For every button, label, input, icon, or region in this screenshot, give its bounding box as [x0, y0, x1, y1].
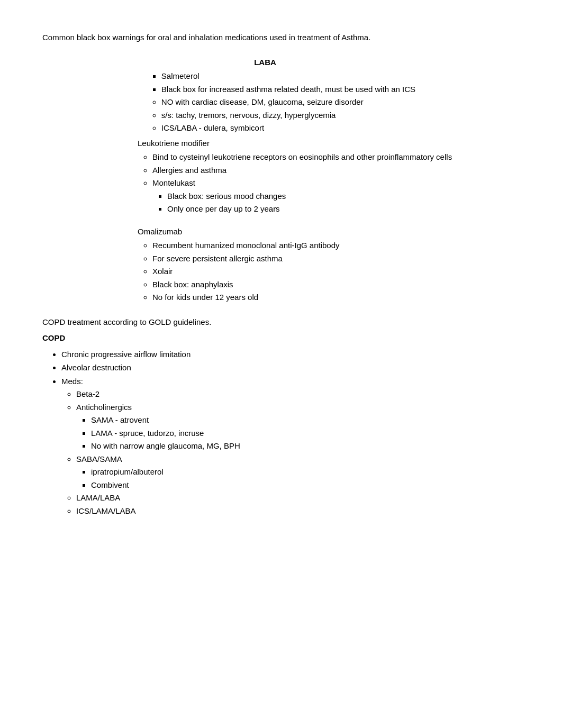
omalizumab-section: Omalizumab Recumbent humanized monoclona…	[42, 226, 520, 304]
list-item: ICS/LAMA/LABA	[76, 505, 520, 517]
list-item: Only once per day up to 2 years	[167, 203, 520, 215]
montelukast-list: Black box: serious mood changes Only onc…	[152, 190, 520, 215]
list-item: Anticholinergics SAMA - atrovent LAMA - …	[76, 402, 520, 452]
list-item: ipratropium/albuterol	[91, 466, 520, 478]
copd-heading: COPD	[42, 332, 520, 344]
list-item: For severe persistent allergic asthma	[152, 253, 520, 265]
laba-level2-list: NO with cardiac disease, DM, glaucoma, s…	[147, 96, 415, 134]
list-item: Recumbent humanized monoclonal anti-IgG …	[152, 240, 520, 252]
leukotriene-list: Bind to cysteinyl leukotriene receptors …	[138, 151, 520, 215]
laba-level1-list: Salmeterol Black box for increased asthm…	[147, 70, 415, 95]
list-item: SAMA - atrovent	[91, 414, 520, 426]
list-item: NO with cardiac disease, DM, glaucoma, s…	[161, 96, 415, 108]
list-item: Salmeterol	[161, 70, 415, 83]
list-item: Allergies and asthma	[152, 165, 520, 177]
list-item: Alveolar destruction	[61, 362, 520, 374]
list-item: s/s: tachy, tremors, nervous, dizzy, hyp…	[161, 110, 415, 122]
list-item: Montelukast Black box: serious mood chan…	[152, 177, 520, 215]
list-item: Beta-2	[76, 388, 520, 401]
leukotriene-heading: Leukotriene modifier	[138, 138, 520, 150]
list-item: Bind to cysteinyl leukotriene receptors …	[152, 151, 520, 163]
list-item: Black box: serious mood changes	[167, 190, 520, 203]
anticholinergics-list: SAMA - atrovent LAMA - spruce, tudorzo, …	[76, 414, 520, 452]
leukotriene-section: Leukotriene modifier Bind to cysteinyl l…	[42, 138, 520, 215]
list-item: ICS/LABA - dulera, symbicort	[161, 122, 415, 134]
list-item: Meds: Beta-2 Anticholinergics SAMA - atr…	[61, 376, 520, 517]
list-item: Combivent	[91, 479, 520, 492]
list-item: No for kids under 12 years old	[152, 292, 520, 304]
omalizumab-heading: Omalizumab	[138, 226, 520, 238]
intro-text: Common black box warnings for oral and i…	[42, 32, 520, 44]
list-item: Black box: anaphylaxis	[152, 279, 520, 291]
list-item: LAMA - spruce, tudorzo, incruse	[91, 427, 520, 440]
list-item: LAMA/LABA	[76, 492, 520, 504]
copd-meds-list: Beta-2 Anticholinergics SAMA - atrovent …	[61, 388, 520, 517]
omalizumab-list: Recumbent humanized monoclonal anti-IgG …	[138, 240, 520, 304]
copd-main-list: Chronic progressive airflow limitation A…	[42, 349, 520, 517]
copd-intro-text: COPD treatment according to GOLD guideli…	[42, 316, 520, 329]
laba-section: LABA Salmeterol Black box for increased …	[42, 57, 520, 135]
list-item: No with narrow angle glaucoma, MG, BPH	[91, 440, 520, 452]
saba-sama-list: ipratropium/albuterol Combivent	[76, 466, 520, 491]
list-item: SABA/SAMA ipratropium/albuterol Combiven…	[76, 453, 520, 492]
list-item: Chronic progressive airflow limitation	[61, 349, 520, 361]
laba-title: LABA	[115, 57, 415, 69]
list-item: Xolair	[152, 266, 520, 278]
list-item: Black box for increased asthma related d…	[161, 84, 415, 96]
